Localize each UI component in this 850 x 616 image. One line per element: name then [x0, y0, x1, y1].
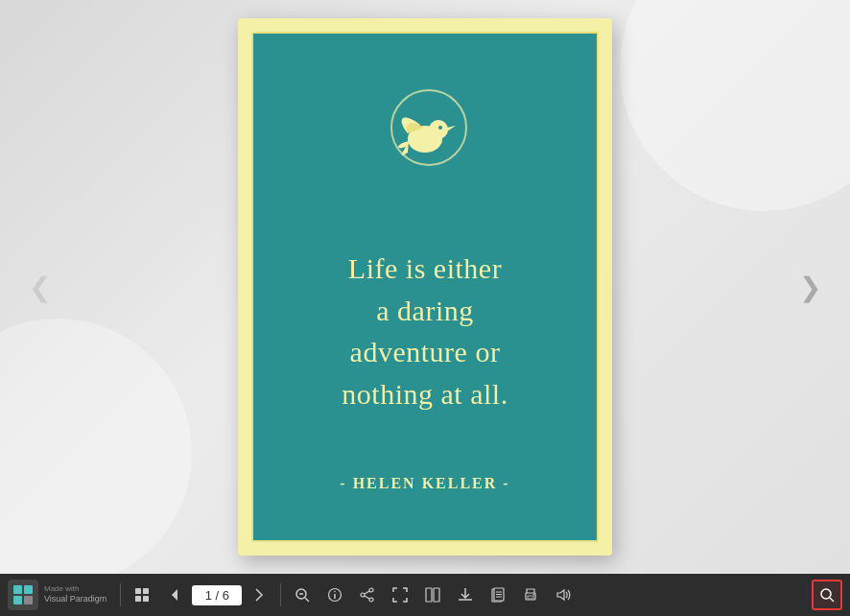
svg-rect-22 [426, 588, 432, 602]
vp-logo-icon [12, 583, 35, 606]
svg-rect-9 [135, 596, 141, 602]
quote-line3: adventure or [342, 331, 508, 373]
next-page-button[interactable] [244, 580, 274, 610]
brand-text: Made with Visual Paradigm [44, 584, 106, 605]
svg-rect-23 [434, 588, 439, 602]
info-icon [327, 587, 342, 603]
pages-button[interactable] [483, 580, 513, 610]
search-button[interactable] [812, 580, 842, 610]
fullscreen-button[interactable] [385, 580, 415, 610]
svg-rect-5 [13, 596, 22, 604]
svg-point-18 [361, 593, 365, 597]
card-inner: Life is either a daring adventure or not… [251, 32, 599, 542]
bird-icon-container [377, 82, 473, 178]
layout-button[interactable] [417, 580, 448, 610]
svg-point-31 [533, 594, 535, 596]
toolbar: Made with Visual Paradigm 1 / 6 [0, 574, 850, 616]
brand-name-label: Visual Paradigm [44, 594, 106, 605]
svg-line-13 [305, 598, 309, 602]
volume-button[interactable] [548, 580, 578, 610]
svg-point-16 [335, 591, 337, 593]
page-display: 1 / 6 [205, 588, 229, 603]
download-icon [458, 587, 473, 603]
card-wrapper: Life is either a daring adventure or not… [238, 18, 612, 556]
prev-page-icon [170, 588, 179, 602]
zoom-out-icon [295, 587, 310, 603]
author-text: - Helen Keller - [340, 475, 509, 492]
svg-rect-3 [13, 585, 22, 594]
next-page-icon [254, 588, 264, 602]
prev-page-button[interactable] [159, 580, 190, 610]
svg-point-19 [369, 598, 373, 602]
svg-point-32 [821, 589, 831, 599]
share-icon [360, 587, 375, 603]
toolbar-separator-2 [280, 583, 281, 606]
pages-icon [490, 587, 506, 603]
toolbar-separator-1 [120, 583, 121, 606]
svg-point-1 [429, 120, 448, 139]
volume-icon [555, 587, 571, 603]
page-indicator: 1 / 6 [192, 585, 242, 605]
quote-line2: a daring [342, 290, 508, 332]
layout-icon [425, 587, 440, 603]
quote-line4: nothing at all. [342, 373, 508, 415]
svg-rect-30 [528, 596, 533, 599]
quote-line1: Life is either [342, 248, 508, 290]
next-arrow-button[interactable]: ❯ [799, 272, 821, 303]
download-button[interactable] [450, 580, 481, 610]
svg-point-17 [369, 588, 373, 592]
zoom-out-button[interactable] [287, 580, 318, 610]
quote-text: Life is either a daring adventure or not… [342, 206, 508, 456]
bird-icon [387, 91, 463, 168]
fullscreen-icon [392, 587, 408, 603]
svg-line-21 [365, 596, 369, 599]
prev-arrow-button[interactable]: ❮ [29, 272, 51, 303]
overview-button[interactable] [127, 580, 157, 610]
print-icon [523, 587, 538, 603]
overview-icon [134, 587, 150, 603]
print-button[interactable] [515, 580, 546, 610]
brand-logo [8, 580, 38, 610]
svg-point-2 [438, 126, 442, 130]
svg-rect-8 [143, 588, 149, 594]
card-outer: Life is either a daring adventure or not… [238, 18, 612, 556]
svg-line-20 [365, 591, 369, 594]
svg-rect-6 [24, 596, 33, 604]
svg-rect-4 [24, 585, 33, 594]
svg-rect-10 [143, 596, 149, 602]
svg-rect-7 [135, 588, 141, 594]
brand-made-label: Made with [44, 584, 106, 594]
brand-area: Made with Visual Paradigm [8, 580, 106, 610]
svg-line-33 [830, 598, 834, 602]
info-button[interactable] [319, 580, 350, 610]
main-area: ❮ [0, 0, 850, 574]
search-icon [819, 587, 835, 603]
share-button[interactable] [352, 580, 383, 610]
